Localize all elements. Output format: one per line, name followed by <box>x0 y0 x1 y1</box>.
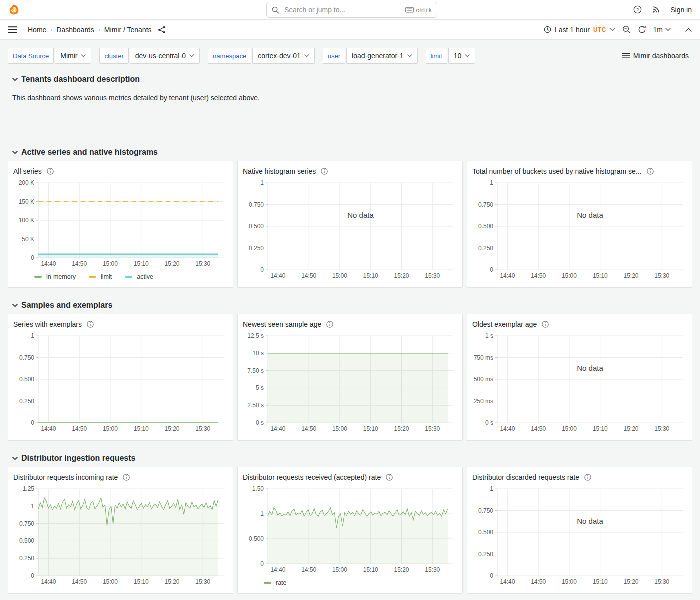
svg-text:14:50: 14:50 <box>531 578 546 586</box>
chart-canvas[interactable]: 14:4014:5015:0015:1015:2015:3000.2500.50… <box>14 485 228 587</box>
svg-text:15:30: 15:30 <box>196 426 210 432</box>
chart-canvas[interactable]: 14:4014:5015:0015:1015:2015:300 s250 ms5… <box>472 332 687 434</box>
legend-item[interactable]: limit <box>89 274 112 280</box>
chart-area[interactable]: 14:4014:5015:0015:1015:2015:300 s2.50 s5… <box>243 332 458 436</box>
svg-text:750 ms: 750 ms <box>474 354 494 362</box>
svg-text:2.50 s: 2.50 s <box>248 402 264 409</box>
panel-header[interactable]: Distributor requests received (accepted)… <box>243 471 458 484</box>
svg-text:1: 1 <box>31 332 34 340</box>
chart-area[interactable]: 14:4014:5015:0015:1015:2015:3000.2500.50… <box>14 485 228 589</box>
svg-text:14:40: 14:40 <box>41 260 56 268</box>
svg-text:15:20: 15:20 <box>624 272 638 280</box>
info-icon[interactable] <box>584 474 592 481</box>
info-icon[interactable] <box>326 321 334 328</box>
panel-header[interactable]: Total number of buckets used by native h… <box>472 165 687 178</box>
svg-text:15:30: 15:30 <box>425 272 440 280</box>
chevron-down-icon <box>190 54 194 58</box>
svg-text:14:50: 14:50 <box>72 260 87 268</box>
refresh-interval-picker[interactable]: 1m <box>654 26 671 34</box>
svg-text:1 s: 1 s <box>486 332 494 340</box>
chart-area[interactable]: 14:4014:5015:0015:1015:2015:3000.2500.50… <box>243 179 458 283</box>
chart-canvas[interactable]: 14:4014:5015:0015:1015:2015:3000.2500.50… <box>14 332 228 434</box>
info-icon[interactable] <box>87 321 94 328</box>
svg-text:0: 0 <box>31 572 34 580</box>
legend-swatch <box>34 276 42 278</box>
svg-text:15:30: 15:30 <box>654 578 670 586</box>
info-icon[interactable] <box>542 321 549 328</box>
chart-area[interactable]: 14:4014:5015:0015:1015:2015:3000.50011.5… <box>243 485 458 577</box>
panel-header[interactable]: Native histogram series <box>243 165 458 178</box>
panel-header[interactable]: Series with exemplars <box>14 318 228 331</box>
svg-text:15:20: 15:20 <box>624 426 638 432</box>
collapse-controls-button[interactable] <box>686 28 692 32</box>
chart-area[interactable]: 14:4014:5015:0015:1015:2015:300 s250 ms5… <box>472 332 687 436</box>
time-range-picker[interactable]: Last 1 hour UTC <box>544 26 616 34</box>
panel-title: Distributor requests received (accepted)… <box>243 474 381 482</box>
chart-area[interactable]: 14:4014:5015:0015:1015:2015:3000.2500.50… <box>472 179 687 283</box>
search-box[interactable]: ctrl+k <box>266 2 438 18</box>
filter-value: Mimir <box>60 52 78 60</box>
zoom-out-button[interactable] <box>622 26 631 34</box>
panel-header[interactable]: Oldest exemplar age <box>472 318 687 331</box>
chart-canvas[interactable]: 14:4014:5015:0015:1015:2015:300 s2.50 s5… <box>243 332 458 434</box>
refresh-button[interactable] <box>638 26 646 34</box>
chart-canvas[interactable]: 14:4014:5015:0015:1015:2015:3000.2500.50… <box>243 179 458 281</box>
chart-area[interactable]: 14:4014:5015:0015:1015:2015:3000.2500.50… <box>14 332 228 436</box>
filter-value-dropdown[interactable]: 10 <box>448 48 476 64</box>
section-header-description[interactable]: Tenants dashboard description <box>12 75 692 84</box>
legend-item[interactable]: rate <box>264 580 287 586</box>
svg-text:15:10: 15:10 <box>364 426 378 432</box>
breadcrumb-dashboards[interactable]: Dashboards <box>56 26 94 34</box>
menu-button[interactable] <box>8 26 17 34</box>
section-header[interactable]: Samples and exemplars <box>12 301 692 310</box>
chart-canvas[interactable]: 14:4014:5015:0015:1015:2015:3000.2500.50… <box>472 485 687 587</box>
legend-item[interactable]: in-memory <box>34 274 76 280</box>
sign-in-link[interactable]: Sign in <box>670 6 692 14</box>
filter-label: user <box>323 48 346 64</box>
panel-row: All series 14:4014:5015:0015:1015:2015:3… <box>8 161 692 288</box>
filter-value-dropdown[interactable]: dev-us-central-0 <box>130 48 200 64</box>
chart-canvas[interactable]: 14:4014:5015:0015:1015:2015:3000.2500.50… <box>472 179 687 281</box>
panel-title: Native histogram series <box>243 168 316 176</box>
grafana-logo[interactable] <box>8 4 20 16</box>
panel-header[interactable]: Newest seen sample age <box>243 318 458 331</box>
panel-title: Distributor discarded requests rate <box>472 474 580 482</box>
panel-header[interactable]: Distributor requests incoming rate <box>14 471 228 484</box>
help-button[interactable]: ? <box>634 6 642 14</box>
mimir-dashboards-button[interactable]: Mimir dashboards <box>620 50 692 62</box>
zoom-out-icon <box>622 26 631 34</box>
search-input[interactable] <box>284 6 402 14</box>
svg-text:0.500: 0.500 <box>249 536 264 542</box>
svg-text:15:10: 15:10 <box>134 260 149 268</box>
chart-area[interactable]: 14:4014:5015:0015:1015:2015:30050 K100 K… <box>14 179 228 271</box>
filter-value-dropdown[interactable]: Mimir <box>55 48 92 64</box>
info-icon[interactable] <box>47 168 54 175</box>
shortcut-label: ctrl+k <box>416 6 432 14</box>
svg-text:1: 1 <box>260 180 264 186</box>
chart-area[interactable]: 14:4014:5015:0015:1015:2015:3000.2500.50… <box>472 485 687 589</box>
chevron-down-icon <box>12 151 18 154</box>
panel-header[interactable]: All series <box>14 165 228 178</box>
timezone-label: UTC <box>594 26 606 34</box>
legend-label: in-memory <box>46 274 76 280</box>
filter-value-dropdown[interactable]: cortex-dev-01 <box>252 48 315 64</box>
svg-text:15:30: 15:30 <box>654 272 670 280</box>
share-button[interactable] <box>158 26 166 34</box>
chart-canvas[interactable]: 14:4014:5015:0015:1015:2015:3000.50011.5… <box>243 485 458 575</box>
filter-value-dropdown[interactable]: load-generator-1 <box>346 48 418 64</box>
panel-header[interactable]: Distributor discarded requests rate <box>472 471 687 484</box>
news-button[interactable] <box>652 6 660 14</box>
section-header[interactable]: Distributor ingestion requests <box>12 454 692 463</box>
info-icon[interactable] <box>321 168 328 175</box>
breadcrumb-home[interactable]: Home <box>28 26 46 34</box>
svg-text:1: 1 <box>31 503 34 510</box>
chevron-up-icon <box>686 28 692 32</box>
legend-item[interactable]: active <box>125 274 154 280</box>
divider <box>678 24 678 36</box>
info-icon[interactable] <box>647 168 654 175</box>
section-header[interactable]: Active series and native histograms <box>12 148 692 157</box>
chart-canvas[interactable]: 14:4014:5015:0015:1015:2015:30050 K100 K… <box>14 179 228 269</box>
info-icon[interactable] <box>123 474 130 481</box>
chevron-down-icon <box>408 54 412 58</box>
info-icon[interactable] <box>386 474 393 481</box>
